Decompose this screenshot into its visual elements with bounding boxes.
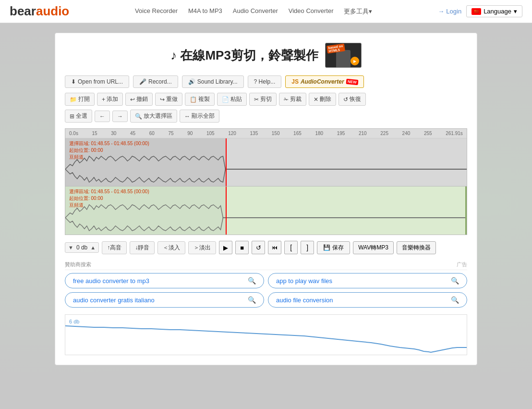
pill-2-search-icon: 🔍 xyxy=(451,277,459,285)
record-label: Record... xyxy=(148,78,172,85)
toolbar-paste[interactable]: 📄粘貼 xyxy=(217,93,247,106)
frequency-chart-svg xyxy=(65,321,467,355)
fade-out-button[interactable]: ＞淡出 xyxy=(188,241,216,254)
add-icon: + xyxy=(102,96,105,103)
loop-button[interactable]: ↺ xyxy=(252,241,265,254)
pill-4-search-icon: 🔍 xyxy=(451,296,459,304)
zoom-selection-button[interactable]: 🔍放大選擇區 xyxy=(130,110,177,123)
page-title-row: ♪ 在線MP3剪切，鈴聲製作 based onHTML5 ▶ xyxy=(65,43,467,68)
toolbar-trim[interactable]: ✁剪裁 xyxy=(279,93,306,106)
search-pills-grid: free audio converter to mp3 🔍 app to pla… xyxy=(65,273,467,308)
open-url-label: Open from URL... xyxy=(78,78,123,85)
right-button[interactable]: → xyxy=(112,111,128,122)
left-button[interactable]: ← xyxy=(95,111,110,122)
toolbar-add[interactable]: +添加 xyxy=(97,93,123,106)
nav-more-tools[interactable]: 更多工具▾ xyxy=(344,7,372,16)
zoom-icon: 🔍 xyxy=(135,113,142,120)
search-pill-4[interactable]: audio file conversion 🔍 xyxy=(268,292,467,308)
track1-channel: 亘頻道 xyxy=(69,154,149,161)
action-buttons: ⬇ Open from URL... 🎤 Record... 🔊 Sound L… xyxy=(65,75,467,88)
toolbar-delete[interactable]: ✕刪除 xyxy=(309,93,336,106)
stop-button[interactable]: ■ xyxy=(235,241,249,254)
delete-icon: ✕ xyxy=(314,96,318,103)
language-label: Language xyxy=(484,8,511,15)
toolbar-undo[interactable]: ↩撤銷 xyxy=(125,93,153,106)
pill-3-search-icon: 🔍 xyxy=(248,296,256,304)
pill-2-text: app to play wav files xyxy=(276,277,332,285)
time-ruler: 0.0s 15 30 45 60 75 90 105 120 135 150 1… xyxy=(65,129,467,138)
treble-button[interactable]: ↑高音 xyxy=(102,241,127,254)
redo-icon: ↪ xyxy=(160,96,165,103)
volume-down-button[interactable]: ▼ xyxy=(68,245,73,250)
ad-badge: 广告 xyxy=(457,261,467,268)
help-button[interactable]: ? Help... xyxy=(248,75,282,88)
search-pill-3[interactable]: audio converter gratis italiano 🔍 xyxy=(65,292,264,308)
track2-selection-range: 選擇區域: 01:48.55 - 01:48.55 (00:00) xyxy=(69,188,149,195)
waveform-container: 0.0s 15 30 45 60 75 90 105 120 135 150 1… xyxy=(65,128,467,235)
bracket-close-button[interactable]: ] xyxy=(301,241,314,254)
login-icon: → xyxy=(438,8,444,15)
pill-1-text: free audio converter to mp3 xyxy=(73,277,149,285)
nav-video-converter[interactable]: Video Converter xyxy=(289,7,334,16)
toolbar-restore[interactable]: ↺恢復 xyxy=(339,93,366,106)
search-pill-1[interactable]: free audio converter to mp3 🔍 xyxy=(65,273,264,288)
toolbar: 📁打開 +添加 ↩撤銷 ↪重做 📋複製 📄粘貼 ✂剪切 ✁剪裁 ✕刪除 ↺恢復 xyxy=(65,93,467,106)
help-label: ? Help... xyxy=(254,78,276,85)
selection-toolbar: ⊞全選 ← → 🔍放大選擇區 ↔顯示全部 xyxy=(65,110,467,123)
save-label: 保存 xyxy=(332,244,344,252)
music-convert-button[interactable]: 音樂轉換器 xyxy=(397,241,436,254)
js-converter-button[interactable]: JS AudioConverter NEW xyxy=(285,75,364,88)
waveform-track-2[interactable]: 選擇區域: 01:48.55 - 01:48.55 (00:00) 起始位置: … xyxy=(65,186,467,235)
nav-m4a-mp3[interactable]: M4A to MP3 xyxy=(188,7,222,16)
track1-playhead xyxy=(226,138,227,186)
waveform-track-1[interactable]: 選擇區域: 01:48.55 - 01:48.55 (00:00) 起始位置: … xyxy=(65,138,467,186)
search-pill-2[interactable]: app to play wav files 🔍 xyxy=(268,273,467,288)
controls-row: ▼ 0 db ▲ ↑高音 ↓靜音 ＜淡入 ＞淡出 ▶ ■ ↺ ⏮ [ ] 💾 保… xyxy=(65,241,467,254)
trim-icon: ✁ xyxy=(284,96,289,103)
track1-start-pos: 起始位置: 00:00 xyxy=(69,147,149,154)
header-right: → Login 🇨🇳 Language ▾ xyxy=(438,5,522,17)
video-thumbnail[interactable]: based onHTML5 ▶ xyxy=(325,43,362,68)
login-button[interactable]: → Login xyxy=(438,8,461,15)
pill-4-text: audio file conversion xyxy=(276,297,333,304)
volume-up-button[interactable]: ▲ xyxy=(90,245,96,250)
track1-selection-range: 選擇區域: 01:48.55 - 01:48.55 (00:00) xyxy=(69,140,149,147)
wav-mp3-button[interactable]: WAV轉MP3 xyxy=(353,241,394,254)
nav-voice-recorder[interactable]: Voice Recorder xyxy=(135,7,178,16)
track2-playhead xyxy=(226,186,227,235)
toolbar-redo[interactable]: ↪重做 xyxy=(155,93,182,106)
pill-3-text: audio converter gratis italiano xyxy=(73,297,155,304)
sponsor-label: 贊助商搜索 xyxy=(65,261,91,268)
open-url-button[interactable]: ⬇ Open from URL... xyxy=(65,75,129,88)
flag-icon: 🇨🇳 xyxy=(472,8,481,15)
play-button[interactable]: ▶ xyxy=(219,241,232,254)
fade-in-button[interactable]: ＜淡入 xyxy=(157,241,185,254)
bracket-open-button[interactable]: [ xyxy=(284,241,298,254)
toolbar-copy[interactable]: 📋複製 xyxy=(185,93,215,106)
show-all-button[interactable]: ↔顯示全部 xyxy=(180,110,219,123)
sound-library-button[interactable]: 🔊 Sound Library... xyxy=(182,75,244,88)
mic-icon: 🎤 xyxy=(139,78,146,85)
bass-button[interactable]: ↓靜音 xyxy=(130,241,155,254)
play-button[interactable]: ▶ xyxy=(351,57,359,65)
goto-start-button[interactable]: ⏮ xyxy=(268,241,281,254)
track2-start-pos: 起始位置: 00:00 xyxy=(69,195,149,202)
main-content: ♪ 在線MP3剪切，鈴聲製作 based onHTML5 ▶ ⬇ Open fr… xyxy=(55,33,477,365)
logo: bearaudio xyxy=(10,4,69,19)
volume-control: ▼ 0 db ▲ xyxy=(65,242,99,253)
toolbar-open[interactable]: 📁打開 xyxy=(65,93,95,106)
record-button[interactable]: 🎤 Record... xyxy=(133,75,178,88)
select-all-button[interactable]: ⊞全選 xyxy=(65,110,92,123)
sound-library-label: Sound Library... xyxy=(197,78,238,85)
save-button[interactable]: 💾 保存 xyxy=(317,241,350,254)
page-title: ♪ 在線MP3剪切，鈴聲製作 xyxy=(170,47,318,64)
header: bearaudio Voice Recorder M4A to MP3 Audi… xyxy=(0,0,532,23)
nav-audio-converter[interactable]: Audio Converter xyxy=(233,7,278,16)
paste-icon: 📄 xyxy=(222,96,229,103)
logo-audio: audio xyxy=(36,4,69,19)
main-nav: Voice Recorder M4A to MP3 Audio Converte… xyxy=(135,7,372,16)
volume-label: 0 db xyxy=(74,244,89,251)
language-button[interactable]: 🇨🇳 Language ▾ xyxy=(466,5,522,17)
thumb-person xyxy=(336,50,351,67)
toolbar-cut[interactable]: ✂剪切 xyxy=(249,93,277,106)
